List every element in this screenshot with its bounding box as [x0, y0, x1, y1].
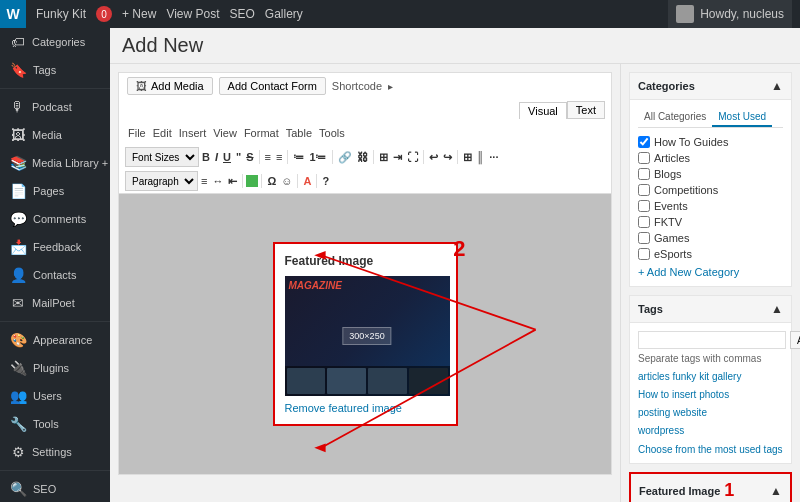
cat-checkbox-competitions[interactable]	[638, 184, 650, 196]
site-name[interactable]: Funky Kit	[36, 7, 86, 21]
tag-photos[interactable]: photos	[699, 389, 729, 400]
view-post-link[interactable]: View Post	[166, 7, 219, 21]
outdent-btn[interactable]: ⇤	[226, 175, 239, 188]
remove-featured-image-link[interactable]: Remove featured image	[285, 402, 446, 414]
sidebar-item-media[interactable]: 🖼 Media	[0, 121, 110, 149]
add-new-category-link[interactable]: + Add New Category	[638, 266, 783, 278]
sidebar-label-comments: Comments	[33, 213, 86, 225]
cat-checkbox-events[interactable]	[638, 200, 650, 212]
strikethrough-btn[interactable]: S	[244, 151, 255, 163]
sidebar-label-feedback: Feedback	[33, 241, 81, 253]
text-color-btn[interactable]: A	[301, 175, 313, 187]
add-media-button[interactable]: 🖼 Add Media	[127, 77, 213, 95]
tags-input[interactable]	[638, 331, 786, 349]
insert-menu[interactable]: Insert	[176, 126, 210, 140]
undo-btn[interactable]: ↩	[427, 151, 440, 164]
cat-checkbox-how-to-guides[interactable]	[638, 136, 650, 148]
italic-btn[interactable]: I	[213, 151, 220, 163]
special-char-btn[interactable]: Ω	[265, 175, 278, 187]
edit-menu[interactable]: Edit	[150, 126, 175, 140]
tag-funky-kit[interactable]: funky kit	[672, 371, 709, 382]
howdy-text[interactable]: Howdy, nucleus	[700, 7, 784, 21]
numbered-list-btn[interactable]: 1≔	[307, 151, 328, 164]
bold-btn[interactable]: B	[200, 151, 212, 163]
tag-articles[interactable]: articles	[638, 371, 670, 382]
sidebar-label-podcast: Podcast	[32, 101, 72, 113]
align-justify-btn[interactable]: ≡	[199, 175, 209, 187]
tab-all-categories[interactable]: All Categories	[638, 108, 712, 127]
add-contact-form-button[interactable]: Add Contact Form	[219, 77, 326, 95]
categories-box-header[interactable]: Categories ▲	[630, 73, 791, 100]
view-menu[interactable]: View	[210, 126, 240, 140]
sidebar-item-feedback[interactable]: 📩 Feedback	[0, 233, 110, 261]
ltr-btn[interactable]: ↔	[210, 175, 225, 187]
tag-insert[interactable]: insert	[672, 389, 696, 400]
redo-btn[interactable]: ↪	[441, 151, 454, 164]
svg-marker-3	[314, 443, 325, 452]
cat-item-games: Games	[638, 230, 783, 246]
table-btn[interactable]: ⊞	[377, 151, 390, 164]
columns-btn[interactable]: ║	[475, 151, 487, 163]
sidebar-item-categories[interactable]: 🏷 Categories	[0, 28, 110, 56]
howdy-section: Howdy, nucleus	[668, 0, 792, 28]
sidebar-item-plugins[interactable]: 🔌 Plugins	[0, 354, 110, 382]
tag-website[interactable]: website	[673, 407, 707, 418]
unlink-btn[interactable]: ⛓	[355, 151, 370, 163]
visual-tab[interactable]: Visual	[519, 102, 567, 119]
cat-checkbox-games[interactable]	[638, 232, 650, 244]
tag-posting[interactable]: posting	[638, 407, 670, 418]
gallery-link[interactable]: Gallery	[265, 7, 303, 21]
tab-most-used[interactable]: Most Used	[712, 108, 772, 127]
separator-4	[373, 150, 374, 164]
seo-link[interactable]: SEO	[230, 7, 255, 21]
cat-checkbox-articles[interactable]	[638, 152, 650, 164]
paragraph-select[interactable]: Paragraph	[125, 171, 198, 191]
more-btn[interactable]: ···	[487, 151, 500, 163]
sidebar-item-contacts[interactable]: 👤 Contacts	[0, 261, 110, 289]
quote-btn[interactable]: "	[234, 151, 243, 163]
link-btn[interactable]: 🔗	[336, 151, 354, 164]
file-menu[interactable]: File	[125, 126, 149, 140]
help-btn[interactable]: ?	[320, 175, 331, 187]
emoji-btn[interactable]: ☺	[279, 175, 294, 187]
indent-btn[interactable]: ⇥	[391, 151, 404, 164]
tag-how-to[interactable]: How to	[638, 389, 669, 400]
bullet-list-btn[interactable]: ≔	[291, 151, 306, 164]
sidebar-item-pages[interactable]: 📄 Pages	[0, 177, 110, 205]
font-size-select[interactable]: Font Sizes	[125, 147, 199, 167]
featured-image-sidebar-header[interactable]: Featured Image 1 ▲	[631, 474, 790, 502]
tag-wordpress[interactable]: wordpress	[638, 425, 684, 436]
tag-gallery[interactable]: gallery	[712, 371, 741, 382]
sidebar-item-tools[interactable]: 🔧 Tools	[0, 410, 110, 438]
sidebar-item-appearance[interactable]: 🎨 Appearance	[0, 326, 110, 354]
sidebar-item-media-library[interactable]: 📚 Media Library +	[0, 149, 110, 177]
tags-box-header[interactable]: Tags ▲	[630, 296, 791, 323]
editor-content[interactable]: Featured Image MAGAZINE 300×250	[118, 193, 612, 475]
underline-btn[interactable]: U	[221, 151, 233, 163]
sidebar-item-comments[interactable]: 💬 Comments	[0, 205, 110, 233]
separator-6	[457, 150, 458, 164]
choose-most-used-tags-link[interactable]: Choose from the most used tags	[638, 444, 783, 455]
sidebar-item-mailpoet[interactable]: ✉ MailPoet	[0, 289, 110, 317]
text-tab[interactable]: Text	[567, 101, 605, 119]
format-menu[interactable]: Format	[241, 126, 282, 140]
new-link[interactable]: + New	[122, 7, 156, 21]
sidebar-item-users[interactable]: 👥 Users	[0, 382, 110, 410]
tools-menu[interactable]: Tools	[316, 126, 348, 140]
sidebar-item-tags[interactable]: 🔖 Tags	[0, 56, 110, 84]
cat-checkbox-fktv[interactable]	[638, 216, 650, 228]
cat-checkbox-esports[interactable]	[638, 248, 650, 260]
align-left-btn[interactable]: ≡	[263, 151, 273, 163]
sidebar-item-seo[interactable]: 🔍 SEO	[0, 475, 110, 502]
cat-label-articles: Articles	[654, 152, 690, 164]
sidebar-item-settings[interactable]: ⚙ Settings	[0, 438, 110, 466]
table-menu[interactable]: Table	[283, 126, 315, 140]
sidebar-item-podcast[interactable]: 🎙 Podcast	[0, 93, 110, 121]
cat-checkbox-blogs[interactable]	[638, 168, 650, 180]
align-center-btn[interactable]: ≡	[274, 151, 284, 163]
tags-hint: Separate tags with commas	[638, 353, 783, 364]
fullscreen-btn[interactable]: ⛶	[405, 151, 420, 163]
cat-item-esports: eSports	[638, 246, 783, 262]
grid-btn[interactable]: ⊞	[461, 151, 474, 164]
add-tag-button[interactable]: Add	[790, 331, 800, 349]
